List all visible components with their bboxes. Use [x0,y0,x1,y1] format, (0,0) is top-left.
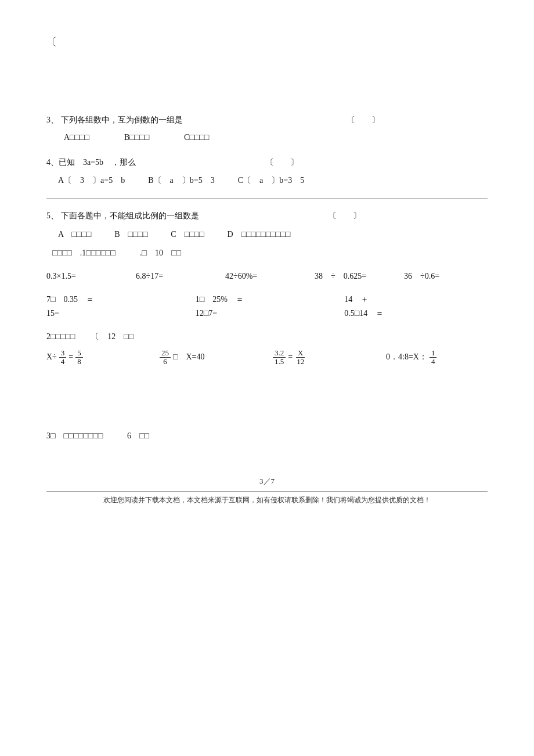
calc-7: 1□ 25% ＝ [196,294,339,305]
eq-3: 3.2 1.5 = X 12 [273,349,374,366]
q3-optB: B□□□□ [124,133,149,142]
calc-10: 12□7= [196,309,339,318]
q5-number: 5、 [46,211,59,220]
q3-optC: C□□□□ [184,133,209,142]
q4-title: 4、已知 3a=5b ，那么 〔 〕 [46,155,488,170]
q3-title: 3、 下列各组数中，互为倒数的一组是 〔 〕 [46,113,488,127]
question-5: 5、 下面各题中，不能组成比例的一组数是 〔 〕 A □□□□ B □□□□ C… [46,208,488,258]
calc-2: 6.8÷17= [136,272,219,281]
question-4: 4、已知 3a=5b ，那么 〔 〕 A〔 3 〕a=5 b B〔 a 〕b=5… [46,155,488,186]
q3-optA: A□□□□ [64,133,89,142]
q4-number: 4、已知 3a=5b ，那么 [46,158,136,167]
calc-1: 0.3×1.5= [46,272,130,281]
calc-11: 0.5□14 ＝ [344,308,488,319]
calc-row-1: 0.3×1.5= 6.8÷17= 42÷60%= 38 ÷ 0.625= 36 … [46,271,488,282]
q3-number: 3、 [46,116,59,124]
q5-optA: A □□□□ [58,229,91,240]
calc-items-row2b: 15= 12□7= 0.5□14 ＝ [46,308,488,319]
q4-end: 〔 〕 [266,158,298,167]
q5-note: □□□□ .1□□□□□□ .□ 10 □□ [46,248,488,258]
q5-optB: B □□□□ [114,229,147,240]
eq2-text: □ X=40 [173,352,204,362]
q5-text: 下面各题中，不能组成比例的一组数是 [61,211,199,220]
question-3: 3、 下列各组数中，互为倒数的一组是 〔 〕 A□□□□ B□□□□ C□□□□ [46,113,488,142]
top-symbol: 〔 [46,35,488,49]
eq3-equals: = [288,352,293,362]
eq1-frac2: 5 8 [75,349,83,366]
calc-3: 42÷60%= [225,272,309,281]
q5-title: 5、 下面各题中，不能组成比例的一组数是 〔 〕 [46,208,488,223]
eq3-frac1: 3.2 1.5 [273,349,286,366]
q5-options: A □□□□ B □□□□ C □□□□ D □□□□□□□□□□ [46,229,488,240]
q4-optC: C〔 a 〕b=3 5 [238,175,304,186]
calc-9: 15= [46,309,190,318]
calc-5: 36 ÷0.6= [404,271,488,282]
proportion-section: 2□□□□□ 〔 12 □□ X÷ 3 4 = 5 8 25 [46,332,488,366]
eq1-x: X÷ [46,352,57,362]
q3-options: A□□□□ B□□□□ C□□□□ [46,133,488,142]
q3-text: 下列各组数中，互为倒数的一组是 [61,116,183,124]
eq-2: 25 6 □ X=40 [160,349,261,366]
eq4-frac: 1 4 [430,349,437,366]
bottom-title: 3□ □□□□□□□□ 6 □□ [46,431,488,441]
eq4-text1: 0．4:8=X： [386,352,427,362]
q4-options: A〔 3 〕a=5 b B〔 a 〕b=5 3 C〔 a 〕b=3 5 [46,175,488,186]
eq1-equals: = [68,352,73,362]
eq3-frac2: X 12 [295,349,306,366]
calc-items-row2a: 7□ 0.35 ＝ 1□ 25% ＝ 14 ＋ [46,294,488,305]
calc-4: 38 ÷ 0.625= [315,271,398,282]
calc-row-2: 7□ 0.35 ＝ 1□ 25% ＝ 14 ＋ 15= 12□7= 0.5□14… [46,294,488,319]
eq-4: 0．4:8=X： 1 4 [386,349,488,366]
page-number: 3／7 [46,476,488,487]
eq2-frac: 25 6 [160,349,171,366]
q4-optB: B〔 a 〕b=5 3 [148,175,214,186]
q3-end: 〔 〕 [347,116,380,124]
q5-optC: C □□□□ [171,229,204,240]
q4-optA: A〔 3 〕a=5 b [58,175,125,186]
page-container: 〔 3、 下列各组数中，互为倒数的一组是 〔 〕 A□□□□ B□□□□ C□□… [0,0,534,756]
eq-1: X÷ 3 4 = 5 8 [46,349,148,366]
q5-end: 〔 〕 [329,211,361,220]
calc-8: 14 ＋ [344,294,488,305]
calc-6: 7□ 0.35 ＝ [46,294,190,305]
divider-1 [46,199,488,199]
bottom-section: 3□ □□□□□□□□ 6 □□ [46,431,488,441]
equation-row: X÷ 3 4 = 5 8 25 6 □ X=40 [46,349,488,366]
proportion-title: 2□□□□□ 〔 12 □□ [46,332,488,342]
footer: 欢迎您阅读并下载本文档，本文档来源于互联网，如有侵权请联系删除！我们将竭诚为您提… [46,491,488,505]
calc-items-row1: 0.3×1.5= 6.8÷17= 42÷60%= 38 ÷ 0.625= 36 … [46,271,488,282]
q5-optD: D □□□□□□□□□□ [228,229,291,240]
eq1-frac1: 3 4 [59,349,67,366]
